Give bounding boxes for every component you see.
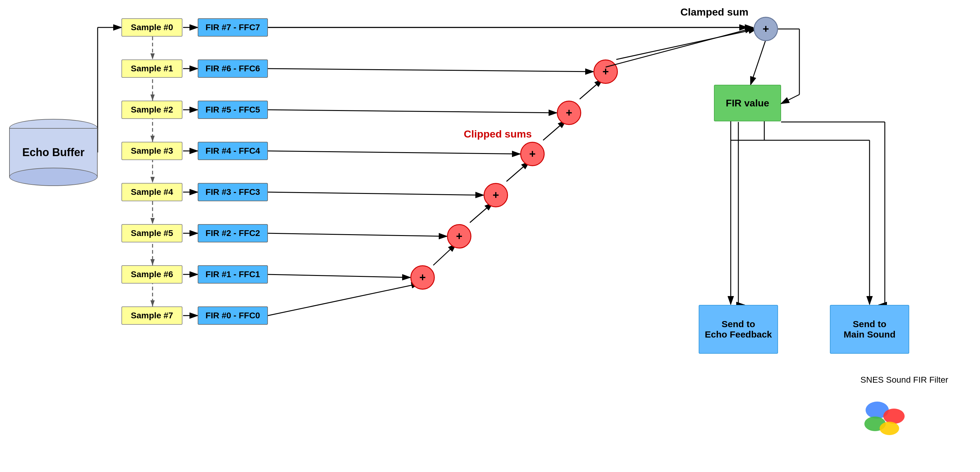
fir-filter-4: FIR #4 - FFC4 bbox=[198, 142, 268, 160]
sum-circle-4: + bbox=[520, 142, 545, 166]
svg-line-20 bbox=[268, 284, 420, 316]
svg-line-34 bbox=[751, 40, 766, 85]
send-to-main-box: Send toMain Sound bbox=[830, 305, 909, 354]
fir-filter-3: FIR #3 - FFC3 bbox=[198, 183, 268, 201]
cylinder-bottom bbox=[9, 168, 98, 186]
svg-line-27 bbox=[268, 151, 520, 154]
sample-1: Sample #1 bbox=[121, 59, 183, 78]
sample-3: Sample #3 bbox=[121, 142, 183, 160]
sample-6: Sample #6 bbox=[121, 265, 183, 284]
sum-circle-1: + bbox=[410, 265, 435, 290]
sum-circle-6: + bbox=[593, 59, 618, 84]
svg-line-26 bbox=[506, 162, 529, 181]
send-to-echo-label: Send toEcho Feedback bbox=[705, 319, 772, 340]
svg-line-28 bbox=[543, 121, 566, 140]
svg-marker-8 bbox=[150, 177, 155, 183]
svg-line-24 bbox=[470, 203, 493, 222]
sum-circle-2: + bbox=[447, 224, 471, 248]
fir-filter-0: FIR #0 - FFC0 bbox=[198, 307, 268, 325]
svg-marker-5 bbox=[150, 53, 155, 59]
send-to-main-label: Send toMain Sound bbox=[844, 319, 896, 340]
clamped-sum-label: Clamped sum bbox=[680, 6, 748, 18]
svg-point-41 bbox=[883, 408, 905, 424]
snes-label: SNES Sound FIR Filter bbox=[861, 375, 948, 385]
clipped-sums-label: Clipped sums bbox=[464, 128, 532, 140]
fir-filter-6: FIR #6 - FFC6 bbox=[198, 59, 268, 78]
svg-line-21 bbox=[268, 275, 410, 278]
svg-point-43 bbox=[880, 422, 899, 435]
svg-marker-6 bbox=[150, 95, 155, 101]
sample-2: Sample #2 bbox=[121, 101, 183, 119]
svg-line-47 bbox=[781, 95, 799, 104]
fir-filter-2: FIR #2 - FFC2 bbox=[198, 224, 268, 242]
fir-value-box: FIR value bbox=[714, 85, 781, 121]
echo-buffer-label: Echo Buffer bbox=[9, 146, 98, 159]
sample-4: Sample #4 bbox=[121, 183, 183, 201]
clamped-sum-circle: + bbox=[754, 17, 778, 41]
svg-marker-10 bbox=[150, 259, 155, 265]
fir-filter-7: FIR #7 - FFC7 bbox=[198, 18, 268, 37]
fir-filter-5: FIR #5 - FFC5 bbox=[198, 101, 268, 119]
send-to-echo-box: Send toEcho Feedback bbox=[699, 305, 778, 354]
svg-line-23 bbox=[268, 233, 447, 236]
sum-circle-3: + bbox=[484, 183, 508, 207]
svg-line-30 bbox=[580, 79, 603, 99]
sample-7: Sample #7 bbox=[121, 307, 183, 325]
svg-line-31 bbox=[268, 68, 593, 72]
svg-line-25 bbox=[268, 192, 484, 195]
fir-filter-1: FIR #1 - FFC1 bbox=[198, 265, 268, 284]
sample-5: Sample #5 bbox=[121, 224, 183, 242]
diagram-container: Echo Buffer Sample #0 Sample #1 Sample #… bbox=[0, 0, 980, 472]
svg-line-22 bbox=[433, 244, 456, 265]
sum-circle-5: + bbox=[557, 101, 581, 125]
sample-0: Sample #0 bbox=[121, 18, 183, 37]
svg-marker-7 bbox=[150, 136, 155, 142]
echo-buffer: Echo Buffer bbox=[9, 119, 98, 186]
svg-line-54 bbox=[606, 28, 753, 67]
svg-line-29 bbox=[268, 110, 557, 113]
svg-line-32 bbox=[616, 29, 757, 59]
snes-logo-icon bbox=[861, 399, 909, 436]
svg-marker-11 bbox=[150, 300, 155, 307]
svg-marker-9 bbox=[150, 218, 155, 224]
